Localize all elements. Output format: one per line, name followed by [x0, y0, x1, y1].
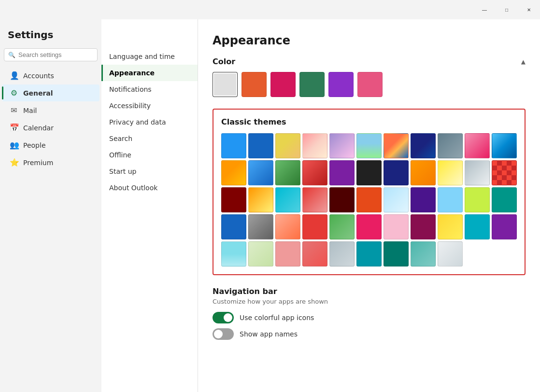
color-swatch-gray[interactable] [213, 72, 238, 97]
color-section-header: Color ▲ [213, 57, 526, 66]
general-icon: ⚙️ [10, 88, 18, 98]
theme-cell-44[interactable] [221, 241, 246, 266]
theme-cell-45[interactable] [248, 241, 273, 266]
mid-nav-search[interactable]: Search [101, 130, 198, 147]
color-swatch-pink[interactable] [357, 72, 383, 97]
theme-cell-18[interactable] [411, 160, 436, 185]
app-title: Settings [0, 24, 101, 48]
color-section-title: Color [213, 57, 235, 66]
maximize-button[interactable]: □ [496, 0, 518, 19]
mid-nav-offline[interactable]: Offline [101, 147, 198, 163]
theme-cell-23[interactable] [248, 187, 273, 212]
sidebar-item-mail[interactable]: ✉️Mail [2, 102, 99, 119]
theme-cell-12[interactable] [248, 160, 273, 185]
theme-cell-30[interactable] [438, 187, 463, 212]
theme-cell-36[interactable] [302, 214, 327, 239]
theme-cell-17[interactable] [384, 160, 409, 185]
theme-cell-26[interactable] [329, 187, 355, 212]
theme-cell-34[interactable] [248, 214, 273, 239]
sidebar-label-mail: Mail [23, 107, 37, 114]
theme-cell-10[interactable] [492, 133, 517, 158]
sidebar-item-calendar[interactable]: 📅Calendar [2, 119, 99, 136]
sidebar-item-general[interactable]: ⚙️General [2, 84, 99, 101]
theme-cell-32[interactable] [492, 187, 517, 212]
theme-cell-6[interactable] [384, 133, 409, 158]
theme-cell-50[interactable] [384, 241, 409, 266]
theme-cell-1[interactable] [248, 133, 273, 158]
theme-cell-42[interactable] [465, 214, 490, 239]
sidebar-label-premium: Premium [23, 159, 53, 167]
theme-cell-19[interactable] [438, 160, 463, 185]
theme-cell-20[interactable] [465, 160, 490, 185]
minimize-button[interactable]: — [473, 0, 496, 19]
sidebar-label-accounts: Accounts [23, 72, 54, 80]
mid-nav-startup[interactable]: Start up [101, 163, 198, 180]
theme-cell-53 [465, 241, 490, 266]
app-container: Settings 🔍 👤Accounts⚙️General✉️Mail📅Cale… [0, 19, 540, 392]
theme-cell-9[interactable] [465, 133, 490, 158]
premium-icon: ⭐ [10, 158, 18, 167]
theme-cell-47[interactable] [302, 241, 327, 266]
mid-nav-about[interactable]: About Outlook [101, 180, 198, 196]
theme-cell-4[interactable] [329, 133, 355, 158]
theme-cell-31[interactable] [465, 187, 490, 212]
theme-cell-11[interactable] [221, 160, 246, 185]
theme-cell-5[interactable] [356, 133, 382, 158]
theme-cell-28[interactable] [384, 187, 409, 212]
search-box[interactable]: 🔍 [4, 48, 98, 61]
sidebar-label-people: People [23, 141, 46, 149]
theme-cell-43[interactable] [492, 214, 517, 239]
page-title: Appearance [213, 34, 526, 47]
accounts-icon: 👤 [10, 71, 18, 80]
theme-cell-41[interactable] [438, 214, 463, 239]
mid-nav-appearance[interactable]: Appearance [101, 65, 198, 81]
theme-cell-3[interactable] [302, 133, 327, 158]
toggle-colorful-icons[interactable] [213, 312, 234, 323]
theme-cell-8[interactable] [438, 133, 463, 158]
toggle-app-names[interactable] [213, 328, 234, 340]
theme-cell-37[interactable] [329, 214, 355, 239]
theme-cell-33[interactable] [221, 214, 246, 239]
sidebar-item-people[interactable]: 👥People [2, 137, 99, 154]
chevron-up-icon[interactable]: ▲ [521, 58, 526, 65]
toggle-label-app-names: Show app names [240, 330, 298, 338]
theme-cell-27[interactable] [356, 187, 382, 212]
theme-cell-7[interactable] [411, 133, 436, 158]
theme-cell-49[interactable] [356, 241, 382, 266]
theme-cell-25[interactable] [302, 187, 327, 212]
theme-cell-21[interactable] [492, 160, 517, 185]
theme-cell-52[interactable] [438, 241, 463, 266]
theme-cell-51[interactable] [411, 241, 436, 266]
mail-icon: ✉️ [10, 106, 18, 115]
theme-cell-48[interactable] [329, 241, 355, 266]
nav-bar-title: Navigation bar [213, 287, 526, 296]
sidebar-item-premium[interactable]: ⭐Premium [2, 154, 99, 171]
theme-cell-40[interactable] [411, 214, 436, 239]
mid-nav-privacy[interactable]: Privacy and data [101, 114, 198, 130]
theme-cell-2[interactable] [275, 133, 300, 158]
theme-cell-0[interactable] [221, 133, 246, 158]
toggle-row-app-names: Show app names [213, 328, 526, 340]
search-input[interactable] [18, 51, 99, 58]
color-swatch-green[interactable] [299, 72, 325, 97]
mid-nav-accessibility[interactable]: Accessibility [101, 98, 198, 114]
theme-cell-14[interactable] [302, 160, 327, 185]
sidebar-item-accounts[interactable]: 👤Accounts [2, 67, 99, 84]
theme-cell-24[interactable] [275, 187, 300, 212]
color-swatch-crimson[interactable] [270, 72, 296, 97]
theme-cell-13[interactable] [275, 160, 300, 185]
themes-grid [221, 133, 517, 266]
color-swatch-purple[interactable] [328, 72, 354, 97]
theme-cell-46[interactable] [275, 241, 300, 266]
mid-nav-language[interactable]: Language and time [101, 48, 198, 65]
theme-cell-39[interactable] [384, 214, 409, 239]
mid-nav-notifications[interactable]: Notifications [101, 81, 198, 98]
close-button[interactable]: ✕ [518, 0, 540, 19]
theme-cell-38[interactable] [356, 214, 382, 239]
theme-cell-16[interactable] [356, 160, 382, 185]
theme-cell-29[interactable] [411, 187, 436, 212]
theme-cell-15[interactable] [329, 160, 355, 185]
color-swatch-orange[interactable] [242, 72, 267, 97]
theme-cell-22[interactable] [221, 187, 246, 212]
theme-cell-35[interactable] [275, 214, 300, 239]
